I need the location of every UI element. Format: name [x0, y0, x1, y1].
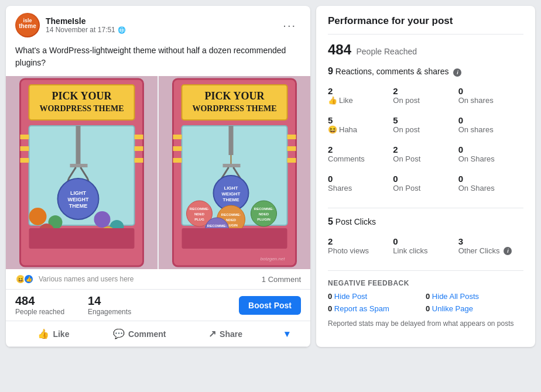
comment-button[interactable]: 💬 Comment: [97, 324, 183, 344]
haha-emoji: 😆: [328, 125, 337, 134]
svg-rect-63: [182, 228, 287, 249]
post-author[interactable]: ThemeIsle: [46, 16, 126, 26]
reactions-title: 9 Reactions, comments & shares i: [328, 66, 523, 77]
reaction-names: Various names and users here: [39, 275, 134, 283]
svg-text:isle: isle: [23, 18, 32, 23]
post-image-left[interactable]: PICK YOUR WORDPRESS THEME LIGHT WEIGHT: [6, 76, 157, 269]
hide-post-item: 0 Hide Post: [328, 292, 426, 301]
svg-text:THEME: THEME: [69, 203, 88, 209]
shares-stats-row: 0 Shares 0 On Post 0 On Shares: [328, 170, 523, 196]
svg-text:PICK YOUR: PICK YOUR: [205, 90, 265, 102]
svg-rect-27: [20, 158, 29, 163]
post-header: theme isle ThemeIsle 14 November at 17:5…: [6, 6, 310, 42]
svg-rect-30: [135, 158, 143, 163]
hide-post-link[interactable]: Hide Post: [334, 292, 367, 301]
svg-text:LIGHT: LIGHT: [224, 185, 238, 191]
other-clicks-info-icon[interactable]: i: [504, 247, 512, 255]
like-on-post-cell: 2 On post: [393, 82, 458, 108]
haha-stats-row: 5 😆 Haha 5 On post 0 On shares: [328, 112, 523, 137]
comments-on-post-cell: 2 On Post: [393, 141, 458, 167]
dropdown-icon: ▾: [285, 328, 289, 339]
avatar[interactable]: theme isle: [15, 13, 40, 37]
svg-text:WORDPRESS THEME: WORDPRESS THEME: [39, 104, 124, 113]
svg-rect-68: [287, 146, 296, 151]
svg-text:PICK YOUR: PICK YOUR: [52, 90, 112, 102]
svg-point-18: [29, 208, 47, 225]
svg-text:RECOMME-: RECOMME-: [254, 207, 273, 211]
post-clicks-title: 5 Post Clicks: [328, 216, 523, 227]
svg-text:PLUGIN: PLUGIN: [257, 218, 270, 221]
svg-text:RECOMME-: RECOMME-: [207, 224, 227, 228]
report-spam-link[interactable]: Report as Spam: [334, 304, 389, 313]
stats-footnote: Reported stats may be delayed from what …: [328, 319, 523, 329]
svg-rect-66: [173, 158, 182, 163]
post-meta: ThemeIsle 14 November at 17:51 🌐: [46, 16, 126, 34]
hide-all-posts-link[interactable]: Hide All Posts: [432, 292, 479, 301]
like-button[interactable]: 👍 Like: [11, 324, 97, 344]
globe-icon: 🌐: [118, 26, 126, 34]
like-on-shares-cell: 0 On shares: [458, 82, 523, 108]
svg-text:NDED: NDED: [226, 218, 237, 222]
svg-text:THEME: THEME: [223, 197, 240, 202]
performance-panel: Performance for your post 484 People Rea…: [316, 6, 535, 347]
comments-stats-row: 2 Comments 2 On Post 0 On Shares: [328, 141, 523, 167]
performance-title: Performance for your post: [328, 15, 523, 35]
svg-text:NDED: NDED: [194, 212, 205, 216]
haha-on-shares-cell: 0 On shares: [458, 112, 523, 137]
negative-title: NEGATIVE FEEDBACK: [328, 279, 523, 287]
post-card: theme isle ThemeIsle 14 November at 17:5…: [6, 6, 310, 347]
unlike-page-link[interactable]: Unlike Page: [432, 304, 473, 313]
like-icon: 👍: [37, 328, 49, 339]
perf-people-reached: 484 People Reached: [328, 42, 523, 58]
svg-text:PLUG: PLUG: [194, 218, 204, 221]
svg-rect-69: [287, 158, 296, 163]
svg-rect-25: [20, 135, 29, 139]
post-actions: 👍 Like 💬 Comment ↗ Share ▾: [6, 321, 310, 347]
svg-text:NDED: NDED: [259, 212, 269, 216]
shares-on-post-cell: 0 On Post: [393, 170, 458, 196]
svg-point-21: [94, 211, 111, 228]
svg-rect-38: [223, 164, 241, 167]
svg-text:botzgen.net: botzgen.net: [261, 256, 286, 262]
svg-text:WORDPRESS THEME: WORDPRESS THEME: [192, 104, 276, 113]
share-icon: ↗: [208, 328, 216, 339]
reaction-summary: 😆 👍 Various names and users here: [15, 274, 134, 284]
negative-grid: 0 Hide Post 0 Hide All Posts 0 Report as…: [328, 292, 523, 313]
svg-rect-29: [135, 146, 143, 151]
more-options-button[interactable]: ···: [278, 16, 301, 35]
unlike-page-item: 0 Unlike Page: [426, 304, 523, 313]
post-time: 14 November at 17:51 🌐: [46, 26, 126, 34]
like-emoji: 👍: [328, 96, 337, 105]
reaction-icons: 😆 👍: [15, 274, 34, 284]
comments-total-cell: 2 Comments: [328, 141, 393, 167]
post-reach-bar: 484 People reached 14 Engagements Boost …: [6, 290, 310, 321]
boost-post-button[interactable]: Boost Post: [239, 296, 301, 315]
svg-text:LIGHT: LIGHT: [70, 190, 86, 196]
svg-text:RECOMME-: RECOMME-: [190, 207, 209, 211]
shares-on-shares-cell: 0 On Shares: [458, 170, 523, 196]
haha-total-cell: 5 😆 Haha: [328, 112, 393, 137]
svg-rect-36: [229, 126, 234, 155]
people-reached-stat: 484 People reached: [15, 294, 64, 316]
post-image-right[interactable]: PICK YOUR WORDPRESS THEME LIGHT: [159, 76, 310, 269]
svg-rect-64: [173, 135, 182, 139]
svg-rect-26: [20, 146, 29, 151]
svg-rect-8: [76, 126, 81, 167]
link-clicks-cell: 0 Link clicks: [393, 233, 458, 259]
svg-text:WEIGHT: WEIGHT: [222, 191, 241, 197]
reactions-info-icon[interactable]: i: [453, 68, 461, 77]
hide-all-posts-item: 0 Hide All Posts: [426, 292, 523, 301]
other-clicks-cell: 3 Other Clicks i: [458, 233, 523, 259]
negative-feedback-section: NEGATIVE FEEDBACK 0 Hide Post 0 Hide All…: [328, 279, 523, 313]
haha-on-post-cell: 5 On post: [393, 112, 458, 137]
comment-count-link[interactable]: 1 Comment: [262, 275, 301, 284]
post-clicks-stats: 2 Photo views 0 Link clicks 3 Other Clic…: [328, 233, 523, 259]
post-clicks-section: 5 Post Clicks 2 Photo views 0 Link click…: [328, 216, 523, 271]
shares-total-cell: 0 Shares: [328, 170, 393, 196]
more-actions-button[interactable]: ▾: [268, 324, 306, 344]
svg-rect-24: [29, 228, 135, 249]
svg-text:RECOMME-: RECOMME-: [221, 213, 241, 216]
share-button[interactable]: ↗ Share: [183, 324, 269, 344]
comment-icon: 💬: [113, 328, 125, 339]
like-reaction-icon: 👍: [23, 274, 34, 284]
